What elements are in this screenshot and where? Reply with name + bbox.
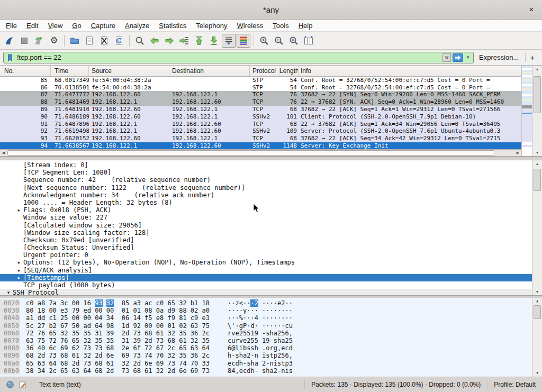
packet-row-93[interactable]: 9371.662015274192.168.122.60192.168.122.… [0, 135, 521, 142]
filter-apply-icon[interactable] [453, 53, 463, 62]
detail-row[interactable]: [Next sequence number: 1122 (relative se… [0, 184, 542, 192]
open-file-icon[interactable] [68, 34, 82, 48]
detail-row[interactable]: ▸Flags: 0x018 (PSH, ACK) [0, 206, 542, 214]
detail-row[interactable]: ▸[Timestamps] [0, 274, 542, 281]
resize-columns-icon[interactable] [302, 34, 315, 48]
hex-row[interactable]: 006072 76 65 32 35 35 31 39 2d 73 68 61 … [0, 330, 542, 337]
close-window-button[interactable]: × [526, 4, 537, 15]
menu-statistics[interactable]: Statistics [154, 21, 191, 31]
hex-row[interactable]: 007063 75 72 76 65 32 35 35 31 39 2d 73 … [0, 337, 542, 344]
packet-row-89[interactable]: 8971.648191037192.168.122.60192.168.122.… [0, 106, 521, 113]
menu-edit[interactable]: Edit [22, 21, 43, 31]
display-filter-field[interactable]: ✕ ▼ [3, 52, 474, 63]
capture-options-icon[interactable]: ⚙ [47, 34, 61, 48]
detail-row[interactable]: 1000 .... = Header Length: 32 bytes (8) [0, 199, 542, 206]
column-header-destination[interactable]: Destination [169, 66, 250, 76]
packet-list-horizontal-scrollbar[interactable]: ◀ ▶ [0, 149, 521, 156]
packet-row-85[interactable]: 8568.001734936fe:54:00:d4:38:2aSTP54Conf… [0, 77, 521, 84]
profile-text[interactable]: Profile: Default [487, 380, 542, 389]
packet-list-vertical-scrollbar[interactable]: ▲ ▼ [532, 66, 542, 156]
menu-help[interactable]: Help [294, 21, 318, 31]
collapsed-arrow-icon[interactable]: ▸ [15, 267, 23, 274]
packet-list-header[interactable]: No.TimeSourceDestinationProtocolLengthIn… [0, 66, 521, 77]
stop-capture-icon[interactable] [17, 34, 31, 48]
packet-row-88[interactable]: 8871.648146932192.168.122.1192.168.122.6… [0, 98, 521, 106]
scroll-right-icon[interactable]: ▶ [514, 150, 521, 156]
packet-list-minimap[interactable] [521, 66, 532, 156]
restart-capture-icon[interactable] [32, 34, 46, 48]
packet-row-92[interactable]: 9271.661949820192.168.122.1192.168.122.6… [0, 127, 521, 135]
menu-capture[interactable]: Capture [86, 21, 120, 31]
bytes-vertical-scrollbar[interactable]: ▲ ▼ [532, 298, 542, 377]
collapsed-arrow-icon[interactable]: ▸ [15, 259, 23, 266]
packet-row-87[interactable]: 8771.647777234192.168.122.60192.168.122.… [0, 91, 521, 98]
go-last-icon[interactable] [207, 34, 221, 48]
menu-view[interactable]: View [43, 21, 67, 31]
detail-row[interactable]: Urgent pointer: 0 [0, 251, 542, 259]
capture-comment-icon[interactable] [18, 380, 28, 389]
hex-row[interactable]: 0020c0 a8 7a 3c 00 16 93 32 85 a3 ac c0 … [0, 299, 542, 307]
scroll-down-icon[interactable]: ▼ [532, 370, 542, 377]
detail-row[interactable]: Sequence number: 42 (relative sequence n… [0, 176, 542, 184]
go-forward-icon[interactable] [162, 34, 176, 48]
hex-row[interactable]: 0040a1 dd c1 25 00 00 04 34 06 14 f5 e8 … [0, 314, 542, 322]
go-first-icon[interactable] [192, 34, 206, 48]
menu-tools[interactable]: Tools [268, 21, 293, 31]
menu-telephony[interactable]: Telephony [191, 21, 232, 31]
scroll-up-icon[interactable]: ▲ [532, 66, 542, 72]
save-file-icon[interactable] [83, 34, 96, 48]
column-header-no[interactable]: No. [0, 66, 51, 76]
hex-row[interactable]: 008036 40 6c 69 62 73 73 68 2e 6f 72 67 … [0, 344, 542, 352]
bytes-scroll-thumb[interactable] [534, 305, 541, 319]
scroll-down-icon[interactable]: ▼ [532, 149, 542, 156]
zoom-in-icon[interactable] [257, 34, 271, 48]
find-packet-icon[interactable] [133, 34, 147, 48]
menu-go[interactable]: Go [67, 21, 86, 31]
detail-row[interactable]: [TCP Segment Len: 1080] [0, 169, 542, 176]
detail-row[interactable]: TCP payload (1080 bytes) [0, 281, 542, 289]
column-header-source[interactable]: Source [89, 66, 169, 76]
filter-clear-icon[interactable]: ✕ [442, 53, 451, 62]
detail-row[interactable]: Checksum: 0x79ed [unverified] [0, 236, 542, 244]
menu-file[interactable]: File [1, 21, 22, 31]
reload-file-icon[interactable] [112, 34, 126, 48]
filter-bookmark-icon[interactable] [5, 53, 15, 62]
zoom-out-icon[interactable] [272, 34, 286, 48]
packet-row-94[interactable]: 9471.663856741192.168.122.1192.168.122.6… [0, 142, 521, 149]
packet-row-90[interactable]: 9071.648618924192.168.122.60192.168.122.… [0, 113, 521, 121]
hex-row[interactable]: 00a065 63 64 68 2d 73 68 61 32 2d 6e 69 … [0, 360, 542, 367]
column-header-time[interactable]: Time [51, 66, 89, 76]
scroll-down-icon[interactable]: ▼ [532, 288, 542, 295]
hex-row[interactable]: 00505c 27 b2 67 50 ad 64 98 1d 92 00 00 … [0, 322, 542, 330]
packet-row-86[interactable]: 8670.013850163fe:54:00:d4:38:2aSTP54Conf… [0, 84, 521, 92]
column-header-length[interactable]: Length [279, 66, 299, 76]
menu-analyze[interactable]: Analyze [120, 21, 154, 31]
details-scroll-thumb[interactable] [534, 169, 541, 191]
detail-row[interactable]: ▸[SEQ/ACK analysis] [0, 267, 542, 274]
horizontal-scroll-thumb[interactable] [7, 150, 494, 156]
detail-row[interactable]: Window size value: 227 [0, 214, 542, 221]
close-file-icon[interactable] [97, 34, 111, 48]
go-back-icon[interactable] [148, 34, 161, 48]
detail-row[interactable]: [Calculated window size: 29056] [0, 222, 542, 229]
display-filter-input[interactable] [15, 53, 442, 62]
column-header-info[interactable]: Info [299, 66, 521, 76]
detail-row[interactable]: Acknowledgment number: 34 (relative ack … [0, 192, 542, 199]
detail-row[interactable]: [Stream index: 0] [0, 161, 542, 169]
scroll-left-icon[interactable]: ◀ [0, 150, 7, 156]
scroll-up-icon[interactable]: ▲ [532, 160, 542, 167]
collapsed-arrow-icon[interactable]: ▸ [15, 206, 23, 214]
vertical-scroll-thumb[interactable] [534, 76, 541, 113]
expression-button[interactable]: Expression... [474, 53, 524, 61]
filter-history-dropdown-icon[interactable]: ▼ [464, 55, 472, 60]
add-filter-button[interactable]: + [525, 53, 539, 62]
auto-scroll-icon[interactable] [222, 34, 236, 48]
expert-info-icon[interactable] [5, 380, 15, 389]
go-to-packet-icon[interactable] [177, 34, 191, 48]
detail-row[interactable]: ▾SSH Protocol [0, 289, 542, 296]
detail-row[interactable]: [Window size scaling factor: 128] [0, 229, 542, 236]
expanded-arrow-icon[interactable]: ▾ [4, 289, 13, 296]
scroll-up-icon[interactable]: ▲ [532, 298, 542, 305]
menu-wireless[interactable]: Wireless [232, 21, 268, 31]
colorize-icon[interactable] [237, 34, 250, 48]
